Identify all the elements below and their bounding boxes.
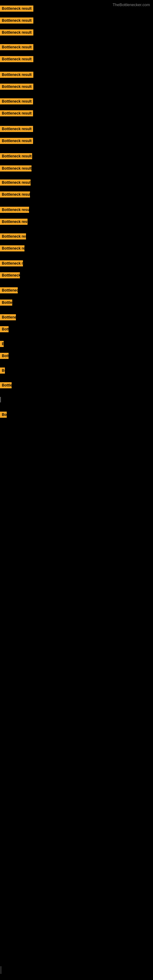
bottleneck-badge: Bottler [0, 382, 12, 388]
bottleneck-badge: Bottleneck result [0, 5, 33, 12]
bottleneck-badge: Bott [0, 326, 9, 332]
bottleneck-badge: Bottleneck [0, 287, 18, 293]
bottleneck-item: Bottleneck result [0, 126, 33, 133]
bottleneck-item: Bottle [0, 299, 12, 307]
bottleneck-item: Bottleneck result [0, 110, 33, 118]
bottleneck-item: Bottleneck result [0, 272, 20, 280]
bottleneck-item: Bottleneck result [0, 72, 33, 79]
bottleneck-badge: Bottleneck result [0, 191, 30, 197]
bottleneck-badge: Bott [0, 353, 9, 359]
empty-line-indicator [0, 397, 1, 402]
bottleneck-badge: Bottleneck result [0, 56, 33, 62]
bottleneck-badge: Bottleneck result [0, 272, 20, 278]
bottleneck-item: Bottleneck result [0, 18, 33, 25]
bottleneck-item: Bottleneck result [0, 260, 23, 268]
bottleneck-item: Bottleneck [0, 287, 18, 294]
bottleneck-item: Bottleneck result [0, 207, 29, 214]
bottleneck-item: Bottlenec [0, 314, 16, 321]
bottleneck-item: Bottleneck result [0, 165, 32, 173]
bottleneck-item: Bott [0, 326, 9, 334]
bottleneck-item: Bottleneck result [0, 138, 33, 145]
bottleneck-item: Bottleneck result [0, 233, 26, 241]
bottleneck-badge: Bottleneck result [0, 72, 33, 78]
bottleneck-item: B [0, 341, 4, 348]
bottleneck-item: Bottleneck result [0, 153, 32, 161]
bottleneck-item: Bottleneck result [0, 191, 30, 199]
bottleneck-badge: Bottlenec [0, 314, 16, 320]
bottleneck-item: Bott [0, 353, 9, 360]
bottleneck-badge: B [0, 341, 4, 347]
vertical-line-bottom [1, 966, 1, 974]
bottleneck-item: Bottleneck result [0, 98, 33, 106]
bottleneck-item: Bottleneck result [0, 44, 33, 51]
bottleneck-badge: Bot [0, 412, 7, 418]
bottleneck-badge: Bottleneck result [0, 245, 24, 251]
bottleneck-badge: Bottleneck result [0, 260, 23, 266]
bottleneck-item: Bottler [0, 382, 12, 390]
bottleneck-badge: Bottleneck result [0, 180, 30, 186]
bottleneck-badge: Bottleneck result [0, 165, 32, 172]
bottleneck-item: Bottleneck result [0, 245, 24, 253]
bottleneck-badge: Bottleneck result [0, 29, 33, 35]
bottleneck-item [0, 397, 1, 402]
bottleneck-badge: Bottleneck result [0, 219, 27, 225]
bottleneck-badge: Bottleneck result [0, 98, 33, 105]
bottleneck-item: Bottleneck result [0, 84, 33, 91]
bottleneck-badge: Bottleneck result [0, 110, 33, 116]
bottleneck-badge: Bottleneck result [0, 18, 33, 24]
bottleneck-item: Bottleneck result [0, 56, 33, 64]
bottleneck-item: Bottleneck result [0, 29, 33, 37]
bottleneck-badge: Bottleneck result [0, 84, 33, 90]
bottleneck-badge: Bottleneck result [0, 207, 29, 213]
bottleneck-item: Bottleneck result [0, 180, 30, 187]
bottleneck-badge: Bo [0, 368, 5, 374]
bottleneck-item: Bottleneck result [0, 219, 27, 226]
bottleneck-badge: Bottleneck result [0, 44, 33, 50]
bottleneck-item: Bo [0, 368, 5, 375]
bottleneck-badge: Bottleneck result [0, 138, 33, 144]
bottleneck-badge: Bottleneck result [0, 233, 26, 240]
bottleneck-item: Bottleneck result [0, 5, 33, 13]
bottleneck-badge: Bottleneck result [0, 153, 32, 159]
bottleneck-badge: Bottle [0, 299, 12, 305]
bottleneck-item: Bot [0, 412, 7, 419]
bottleneck-badge: Bottleneck result [0, 126, 33, 132]
